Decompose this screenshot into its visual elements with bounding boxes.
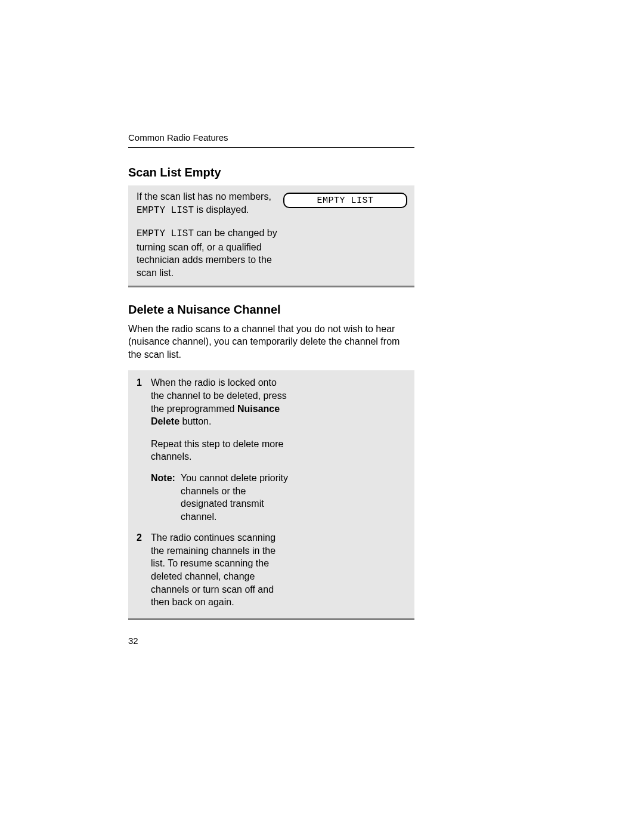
step-1-sub: Repeat this step to delete more channels… [151,438,288,463]
scan-list-empty-text: If the scan list has no members, EMPTY L… [128,185,283,286]
note-row: Note: You cannot delete priority channel… [151,472,406,523]
page-content: Common Radio Features Scan List Empty If… [128,132,414,620]
header-rule [128,147,414,148]
display-col: EMPTY LIST [283,185,414,208]
running-header: Common Radio Features [128,132,414,143]
step-2-body: The radio continues scanning the remaini… [151,531,288,609]
step-2-number: 2 [137,531,151,544]
para2-code: EMPTY LIST [137,228,194,239]
para1-a: If the scan list has no members, [137,191,271,202]
page-number: 32 [128,636,138,646]
step-1-text-b: button. [179,416,211,426]
step-2: 2 The radio continues scanning the remai… [137,531,406,609]
para1-code: EMPTY LIST [137,205,194,216]
para1-b: is displayed. [194,205,249,215]
delete-nuisance-steps: 1 When the radio is locked onto the chan… [128,370,414,620]
section-heading-scan-list-empty: Scan List Empty [128,166,414,179]
step-1: 1 When the radio is locked onto the chan… [137,376,406,463]
note-body: You cannot delete priority channels or t… [181,472,294,523]
step-1-number: 1 [137,376,151,389]
lcd-display: EMPTY LIST [283,193,407,208]
scan-list-empty-box: If the scan list has no members, EMPTY L… [128,185,414,287]
delete-nuisance-intro: When the radio scans to a channel that y… [128,323,414,361]
step-1-body: When the radio is locked onto the channe… [151,376,288,463]
section-heading-delete-nuisance: Delete a Nuisance Channel [128,303,414,317]
note-label: Note: [151,472,181,485]
